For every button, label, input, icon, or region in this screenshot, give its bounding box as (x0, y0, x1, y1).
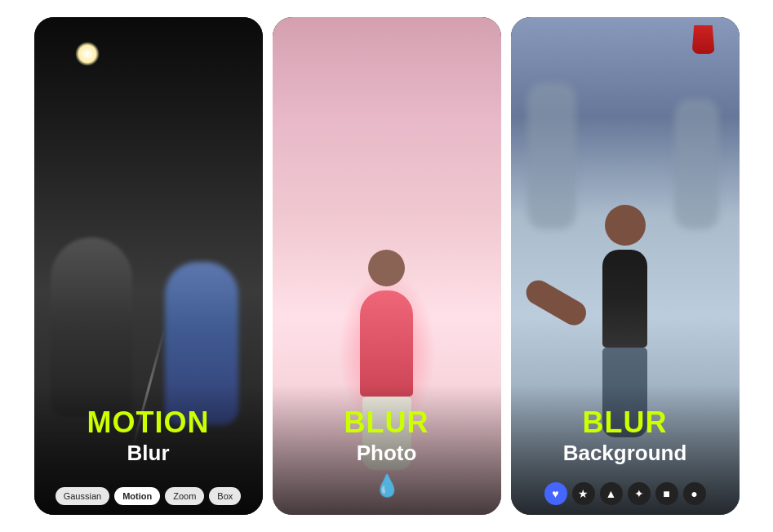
card-title-highlight: MOTION (34, 406, 263, 439)
pf-head (605, 205, 646, 246)
card-text-area: MOTION Blur (34, 406, 263, 466)
control-motion[interactable]: Motion (114, 487, 160, 505)
pf-body (602, 250, 647, 348)
water-drop-icon[interactable]: 💧 (374, 473, 400, 499)
card-controls: Gaussian Motion Zoom Box (34, 487, 263, 505)
icon-square[interactable]: ■ (655, 482, 678, 505)
cards-container: MOTION Blur Gaussian Motion Zoom Box BLU… (18, 1, 756, 531)
card-motion-blur[interactable]: MOTION Blur Gaussian Motion Zoom Box (34, 17, 263, 515)
figure-head (368, 250, 405, 286)
card-controls: ♥ ★ ▲ ✦ ■ ● (511, 482, 740, 505)
drop-icon: 💧 (374, 473, 400, 498)
control-gaussian[interactable]: Gaussian (56, 487, 109, 505)
icon-star[interactable]: ★ (572, 482, 595, 505)
card-text-area: BLUR Photo (273, 406, 501, 466)
control-zoom[interactable]: Zoom (165, 487, 204, 505)
figure-body (360, 290, 413, 397)
card-title-highlight: BLUR (273, 406, 501, 439)
card-blur-photo[interactable]: BLUR Photo 💧 (273, 17, 501, 515)
control-box[interactable]: Box (209, 487, 241, 505)
icon-triangle[interactable]: ▲ (600, 482, 623, 505)
card-title-highlight: BLUR (511, 406, 740, 439)
card-blur-background[interactable]: BLUR Background ♥ ★ ▲ ✦ ■ ● (511, 17, 740, 515)
icon-game[interactable]: ✦ (628, 482, 651, 505)
card-subtitle: Blur (34, 441, 263, 466)
red-cup (692, 25, 715, 54)
light-spot (75, 42, 100, 66)
card-text-area: BLUR Background (511, 406, 740, 466)
card-subtitle: Photo (273, 441, 501, 466)
card-subtitle: Background (511, 441, 740, 466)
icon-heart[interactable]: ♥ (544, 482, 567, 505)
icon-cloud[interactable]: ● (683, 482, 706, 505)
